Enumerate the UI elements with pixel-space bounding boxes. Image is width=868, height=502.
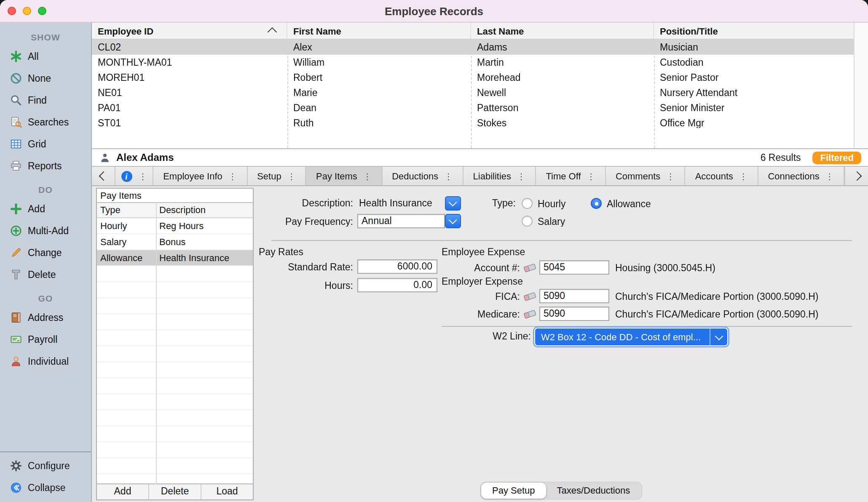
- column-divider: [471, 39, 472, 148]
- tab-taxes-deductions[interactable]: Taxes/Deductions: [546, 483, 641, 499]
- sidebar-item-grid[interactable]: Grid: [0, 133, 91, 155]
- column-header-last-name[interactable]: Last Name: [471, 23, 654, 39]
- add-pay-item-button[interactable]: Add: [97, 484, 149, 499]
- employee-row-ne01[interactable]: NE01MarieNewellNursery Attendant: [92, 85, 868, 100]
- pay-item-empty-row: [97, 474, 253, 483]
- employee-row-st01[interactable]: ST01RuthStokesOffice Mgr: [92, 115, 868, 131]
- tab-liabilities[interactable]: Liabilities⋮: [463, 167, 536, 185]
- tab-setup[interactable]: Setup⋮: [247, 167, 306, 185]
- cell: Adams: [471, 42, 654, 52]
- column-header-first-name[interactable]: First Name: [287, 23, 471, 39]
- tab-connections[interactable]: Connections⋮: [758, 167, 844, 185]
- tabs-scroll-left-button[interactable]: [92, 167, 115, 185]
- pay-item-type: Hourly: [97, 218, 156, 233]
- standard-rate-field[interactable]: 6000.00: [357, 259, 437, 274]
- table-scrollbar[interactable]: [854, 23, 868, 148]
- fica-account-field[interactable]: 5090: [539, 289, 609, 303]
- tab-record-info[interactable]: i ⋮: [115, 167, 153, 185]
- radio-icon: [591, 198, 602, 209]
- medicare-label: Medicare:: [429, 309, 520, 319]
- tab-menu-icon[interactable]: ⋮: [287, 171, 296, 181]
- titlebar[interactable]: Employee Records: [0, 0, 868, 23]
- type-radio-hourly[interactable]: Hourly: [522, 198, 565, 209]
- tab-time-off[interactable]: Time Off⋮: [536, 167, 605, 185]
- zoom-button[interactable]: [38, 7, 46, 15]
- tab-accounts[interactable]: Accounts⋮: [685, 167, 758, 185]
- column-header-label: Last Name: [477, 26, 524, 36]
- sidebar-item-payroll[interactable]: Payroll: [0, 328, 91, 350]
- sidebar-item-reports[interactable]: Reports: [0, 155, 91, 177]
- pay-items-column-headers: Type Description: [97, 203, 253, 218]
- clear-account-eraser-icon[interactable]: [523, 261, 537, 273]
- column-header-position-title[interactable]: Position/Title: [654, 23, 868, 39]
- w2-line-dropdown[interactable]: W2 Box 12 - Code DD - Cost of empl...: [535, 328, 727, 345]
- tab-pay-setup[interactable]: Pay Setup: [481, 483, 546, 499]
- load-pay-item-button[interactable]: Load: [201, 484, 253, 499]
- employee-row-moreh01[interactable]: MOREH01RobertMoreheadSenior Pastor: [92, 70, 868, 85]
- traffic-lights: [8, 7, 46, 15]
- cell: CL02: [92, 42, 287, 52]
- tab-deductions[interactable]: Deductions⋮: [382, 167, 463, 185]
- account-number-field[interactable]: 5045: [539, 260, 609, 275]
- description-label: Description:: [235, 198, 353, 208]
- tabs-scroll-right-button[interactable]: [844, 167, 868, 185]
- reports-icon: [9, 160, 22, 172]
- pay-item-row-salary[interactable]: SalaryBonus: [97, 234, 253, 250]
- close-button[interactable]: [8, 7, 16, 15]
- filtered-badge[interactable]: Filtered: [813, 151, 861, 164]
- tab-menu-icon[interactable]: ⋮: [139, 171, 147, 181]
- tab-menu-icon[interactable]: ⋮: [444, 171, 453, 181]
- delete-pay-item-button[interactable]: Delete: [149, 484, 201, 499]
- sidebar-item-individual[interactable]: Individual: [0, 350, 91, 372]
- pay-item-row-allowance[interactable]: AllowanceHealth Insurance: [97, 250, 253, 266]
- sidebar-item-collapse[interactable]: Collapse: [0, 477, 91, 499]
- pay-frequency-field[interactable]: Annual: [357, 214, 445, 228]
- delete-icon: [9, 268, 22, 281]
- tab-menu-icon[interactable]: ⋮: [587, 171, 595, 181]
- minimize-button[interactable]: [23, 7, 31, 15]
- account-number-label: Account #:: [429, 263, 520, 273]
- pay-rates-heading: Pay Rates: [259, 247, 303, 257]
- sidebar-item-configure[interactable]: Configure: [0, 455, 91, 477]
- tab-comments[interactable]: Comments⋮: [606, 167, 686, 185]
- sidebar-item-add[interactable]: Add: [0, 198, 91, 220]
- medicare-account-field[interactable]: 5090: [539, 307, 609, 321]
- sidebar-item-label: Reports: [28, 161, 62, 171]
- clear-fica-eraser-icon[interactable]: [523, 290, 537, 302]
- tab-menu-icon[interactable]: ⋮: [228, 171, 237, 181]
- tab-menu-icon[interactable]: ⋮: [517, 171, 525, 181]
- pay-frequency-dropdown-button[interactable]: [445, 214, 461, 228]
- column-header-type[interactable]: Type: [97, 203, 156, 217]
- tab-pay-items[interactable]: Pay Items⋮: [306, 167, 382, 185]
- sidebar-item-all[interactable]: All: [0, 45, 91, 67]
- sidebar-item-delete[interactable]: Delete: [0, 264, 91, 286]
- column-divider: [654, 39, 655, 148]
- clear-medicare-eraser-icon[interactable]: [523, 307, 537, 319]
- tab-employee-info[interactable]: Employee Info⋮: [153, 167, 247, 185]
- employee-row-pa01[interactable]: PA01DeanPattersonSenior Minister: [92, 100, 868, 115]
- tab-menu-icon[interactable]: ⋮: [825, 171, 834, 181]
- sidebar-item-label: Add: [28, 204, 45, 214]
- sidebar-item-multi-add[interactable]: Multi-Add: [0, 220, 91, 242]
- sidebar-item-find[interactable]: Find: [0, 89, 91, 111]
- type-radio-allowance[interactable]: Allowance: [591, 198, 651, 209]
- detail-tabs: Employee Info⋮Setup⋮Pay Items⋮Deductions…: [153, 167, 844, 185]
- radio-icon: [522, 198, 533, 209]
- sidebar-item-change[interactable]: Change: [0, 242, 91, 264]
- sidebar-item-searches[interactable]: Searches: [0, 111, 91, 133]
- employee-row-monthly-ma01[interactable]: MONTHLY-MA01WilliamMartinCustodian: [92, 55, 868, 70]
- sidebar-footer: ConfigureCollapse: [0, 451, 91, 502]
- tab-menu-icon[interactable]: ⋮: [739, 171, 747, 181]
- type-radio-salary[interactable]: Salary: [522, 216, 565, 227]
- tab-menu-icon[interactable]: ⋮: [666, 171, 675, 181]
- sidebar-item-label: Find: [28, 95, 47, 105]
- sidebar-item-none[interactable]: None: [0, 67, 91, 89]
- sidebar-item-address[interactable]: Address: [0, 307, 91, 328]
- employee-row-cl02[interactable]: CL02AlexAdamsMusician: [92, 40, 868, 55]
- tab-menu-icon[interactable]: ⋮: [363, 171, 372, 181]
- hours-field[interactable]: 0.00: [357, 278, 437, 292]
- cell: Ruth: [287, 118, 471, 128]
- change-pencil-icon: [9, 246, 22, 259]
- column-header-employee-id[interactable]: Employee ID: [92, 23, 287, 39]
- chevron-down-icon: [710, 328, 727, 345]
